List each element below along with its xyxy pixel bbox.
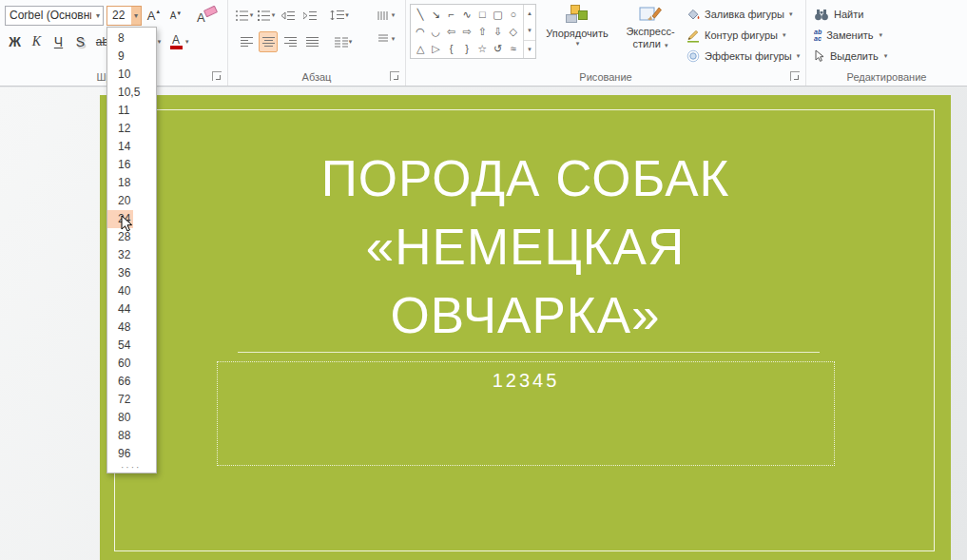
grow-font-button[interactable]: А▲	[145, 5, 164, 26]
font-size-option[interactable]: 11	[107, 102, 156, 120]
font-size-option[interactable]: 9	[107, 48, 156, 66]
align-left-button[interactable]	[237, 31, 256, 52]
ribbon-group-paragraph: ▾ ▾ ▾	[228, 0, 406, 86]
shape-outline-icon	[686, 28, 701, 43]
drawing-dialog-launcher[interactable]	[790, 71, 800, 81]
slide-canvas[interactable]: ПОРОДА СОБАК «НЕМЕЦКАЯ ОВЧАРКА» 12345	[100, 95, 951, 560]
font-size-option[interactable]: 16	[107, 156, 156, 174]
font-size-option[interactable]: 8	[107, 29, 156, 48]
arrange-button[interactable]: Упорядочить ▾	[541, 3, 613, 66]
justify-button[interactable]	[302, 31, 321, 52]
title-line: ПОРОДА СОБАК	[100, 145, 951, 213]
select-button[interactable]: Выделить ▾	[814, 47, 887, 66]
shapes-scroll-up-button[interactable]: ▲	[524, 5, 535, 22]
font-size-option[interactable]: 88	[107, 427, 156, 445]
font-size-option[interactable]: 10,5	[107, 84, 156, 102]
font-name-combobox[interactable]: Corbel (Основни ▾	[5, 6, 104, 26]
bullets-button[interactable]: ▾	[235, 5, 254, 26]
mouse-cursor	[121, 215, 134, 238]
decrease-indent-button[interactable]	[279, 5, 298, 26]
ribbon-group-editing: Найти abac Заменить ▾ Выделить ▾ Редакти…	[806, 0, 967, 86]
align-right-button[interactable]	[280, 31, 300, 52]
shape-button[interactable]: ↘	[428, 6, 443, 23]
font-size-dropdown: 891010,511121416182024283236404448546066…	[106, 27, 157, 473]
shape-button[interactable]: ☆	[474, 40, 490, 57]
font-size-option[interactable]: 36	[107, 264, 156, 282]
shape-button[interactable]: ⇦	[444, 23, 459, 40]
slide-subtitle-placeholder[interactable]: 12345	[217, 361, 835, 466]
shape-button[interactable]: ∿	[459, 6, 474, 23]
shape-button[interactable]: }	[459, 40, 474, 57]
font-size-option[interactable]: 14	[107, 138, 156, 156]
chevron-down-icon[interactable]: ▾	[93, 11, 103, 20]
shape-button[interactable]: □	[474, 6, 490, 23]
font-size-option[interactable]: 20	[107, 192, 156, 210]
paragraph-dialog-launcher[interactable]	[390, 71, 399, 81]
shapes-gallery: ╲↘⌐∿□▢○◠◡⇦⇨⇧⇩◇△▷{}☆↺≈ ▲ ▼ ▼	[410, 4, 536, 59]
shape-outline-button[interactable]: Контур фигуры ▾	[686, 26, 785, 45]
shape-button[interactable]: ⇧	[474, 23, 490, 40]
bold-button[interactable]: Ж	[5, 31, 25, 52]
underline-button[interactable]: Ч	[48, 31, 68, 52]
line-spacing-button[interactable]: ▾	[330, 5, 349, 26]
shape-button[interactable]: ≈	[506, 40, 521, 57]
chevron-down-icon: ▾	[158, 38, 162, 46]
font-size-option[interactable]: 10	[107, 66, 156, 84]
text-shadow-button[interactable]: S	[70, 31, 90, 52]
shape-button[interactable]: △	[413, 40, 428, 57]
increase-indent-button[interactable]	[300, 5, 319, 26]
columns-button[interactable]: ▾	[334, 31, 353, 52]
select-arrow-icon	[814, 49, 825, 63]
shape-button[interactable]: ⇩	[490, 23, 505, 40]
chevron-down-icon[interactable]: ▾	[185, 38, 189, 46]
font-size-combobox[interactable]: 22 ▾	[106, 6, 142, 26]
shape-button[interactable]: ◡	[428, 23, 443, 40]
numbering-button[interactable]: ▾	[257, 5, 276, 26]
align-text-button[interactable]: ▾	[371, 29, 401, 48]
italic-button[interactable]: К	[27, 31, 47, 52]
line-spacing-icon	[330, 10, 344, 21]
shape-button[interactable]: ▷	[428, 40, 443, 57]
font-size-option[interactable]: 48	[107, 319, 156, 337]
chevron-down-icon: ▾	[392, 11, 396, 19]
font-color-button[interactable]: А ▾	[167, 31, 189, 52]
find-button[interactable]: Найти	[814, 5, 863, 24]
align-center-button[interactable]	[259, 31, 278, 52]
shape-button[interactable]: {	[444, 40, 459, 57]
shrink-font-button[interactable]: А▼	[166, 5, 185, 26]
editing-group-label: Редактирование	[806, 71, 967, 83]
shape-button[interactable]: ↺	[490, 40, 505, 57]
font-size-option[interactable]: 44	[107, 300, 156, 319]
dropdown-more-indicator: ····	[107, 463, 156, 472]
quick-styles-button[interactable]: Экспресс- стили ▾	[617, 3, 684, 66]
shape-button[interactable]: ⌐	[444, 6, 459, 23]
font-size-option[interactable]: 12	[107, 120, 156, 138]
font-size-option[interactable]: 54	[107, 337, 156, 355]
chevron-down-icon[interactable]: ▾	[131, 7, 141, 25]
shape-button[interactable]: ╲	[413, 6, 428, 23]
title-line: ОВЧАРКА»	[100, 281, 951, 350]
shape-button[interactable]: ▢	[490, 6, 505, 23]
font-size-option[interactable]: 66	[107, 373, 156, 391]
shapes-more-button[interactable]: ▼	[524, 40, 535, 58]
slide-title-textbox[interactable]: ПОРОДА СОБАК «НЕМЕЦКАЯ ОВЧАРКА»	[100, 145, 951, 350]
font-size-option[interactable]: 60	[107, 355, 156, 373]
shape-fill-button[interactable]: Заливка фигуры ▾	[686, 5, 793, 24]
font-size-option[interactable]: 72	[107, 391, 156, 409]
font-dialog-launcher[interactable]	[212, 71, 222, 81]
font-size-option[interactable]: 32	[107, 246, 156, 264]
clear-formatting-button[interactable]: А	[194, 5, 219, 26]
shapes-scroll-down-button[interactable]: ▼	[524, 22, 535, 39]
text-direction-button[interactable]: ▾	[371, 6, 401, 25]
font-size-option[interactable]: 18	[107, 174, 156, 192]
shape-effects-button[interactable]: Эффекты фигуры ▾	[686, 47, 800, 66]
replace-button[interactable]: abac Заменить ▾	[814, 26, 882, 45]
font-size-option[interactable]: 96	[107, 445, 156, 463]
font-size-option[interactable]: 80	[107, 409, 156, 427]
shape-button[interactable]: ○	[506, 6, 521, 23]
shape-button[interactable]: ◠	[413, 23, 428, 40]
shape-button[interactable]: ◇	[506, 23, 521, 40]
eraser-icon: А	[194, 5, 219, 26]
shape-button[interactable]: ⇨	[459, 23, 474, 40]
font-size-option[interactable]: 40	[107, 282, 156, 300]
